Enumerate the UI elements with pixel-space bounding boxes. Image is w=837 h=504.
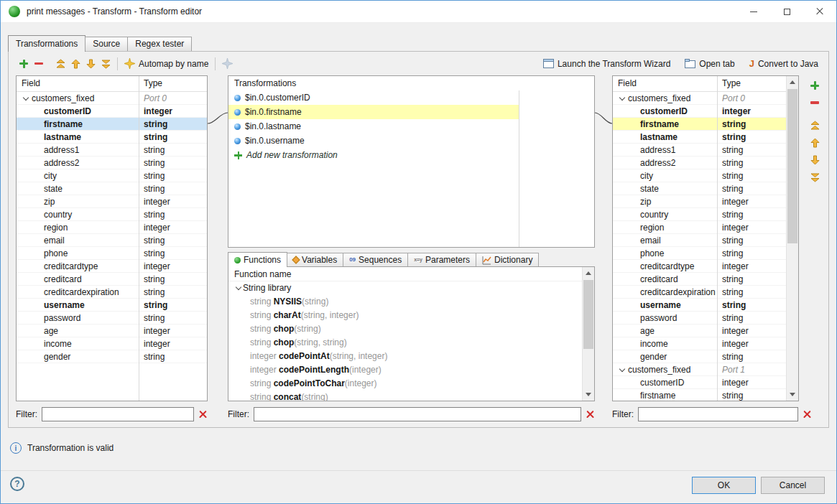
field-row-firstname[interactable]: firstnamestring bbox=[613, 118, 786, 131]
transformation-item[interactable]: $in.0.username bbox=[228, 134, 519, 148]
scroll-down-button[interactable] bbox=[787, 388, 798, 401]
field-row-lastname[interactable]: lastnamestring bbox=[17, 131, 207, 144]
function-item[interactable]: string concat(string) bbox=[228, 391, 582, 401]
tree-expander-icon[interactable] bbox=[618, 365, 626, 374]
transformation-item[interactable]: $in.0.firstname bbox=[228, 105, 519, 119]
output-panel-scrollbar[interactable] bbox=[786, 76, 798, 401]
field-row-age[interactable]: ageinteger bbox=[613, 325, 786, 337]
move-down-button[interactable] bbox=[83, 55, 98, 73]
field-row-email[interactable]: emailstring bbox=[613, 234, 786, 247]
field-row-lastname[interactable]: lastnamestring bbox=[613, 131, 786, 144]
field-row-customerID[interactable]: customerIDinteger bbox=[613, 105, 786, 118]
field-row-creditcardtype[interactable]: creditcardtypeinteger bbox=[613, 260, 786, 273]
clear-filter-icon[interactable] bbox=[586, 409, 595, 419]
tree-expander-icon[interactable] bbox=[234, 284, 243, 292]
move-field-top-button[interactable] bbox=[805, 117, 825, 134]
field-row-city[interactable]: citystring bbox=[613, 169, 786, 182]
ok-button[interactable]: OK bbox=[692, 477, 756, 494]
clear-filter-icon[interactable] bbox=[803, 409, 812, 419]
field-row-creditcardtype[interactable]: creditcardtypeinteger bbox=[17, 260, 207, 273]
function-item[interactable]: string NYSIIS(string) bbox=[228, 295, 582, 309]
field-row-region[interactable]: regioninteger bbox=[17, 221, 207, 234]
tab-regex-tester[interactable]: Regex tester bbox=[127, 37, 192, 51]
field-row-creditcardexpiration[interactable]: creditcardexpirationstring bbox=[17, 286, 207, 299]
move-up-button[interactable] bbox=[68, 55, 83, 73]
scroll-up-button[interactable] bbox=[583, 267, 594, 279]
field-row-phone[interactable]: phonestring bbox=[17, 247, 207, 260]
output-filter-field[interactable] bbox=[638, 407, 798, 421]
move-field-down-button[interactable] bbox=[805, 151, 825, 169]
field-row-firstname[interactable]: firstnamestring bbox=[613, 389, 786, 401]
move-field-bottom-button[interactable] bbox=[805, 169, 825, 186]
tab-dictionary[interactable]: Dictionary bbox=[476, 253, 539, 266]
scrollbar-thumb[interactable] bbox=[583, 280, 593, 349]
field-row-phone[interactable]: phonestring bbox=[613, 247, 786, 260]
field-row-creditcard[interactable]: creditcardstring bbox=[17, 273, 207, 286]
tab-parameters[interactable]: x=yParameters bbox=[407, 253, 476, 266]
open-tab-button[interactable]: Open tab bbox=[682, 55, 737, 73]
automap-by-name-button[interactable]: Automap by name bbox=[121, 55, 211, 73]
field-row-username[interactable]: usernamestring bbox=[17, 299, 207, 312]
field-row-country[interactable]: countrystring bbox=[17, 208, 207, 221]
field-row-zip[interactable]: zipinteger bbox=[613, 195, 786, 208]
transformation-item[interactable]: $in.0.customerID bbox=[228, 90, 519, 105]
record-row[interactable]: customers_fixedPort 1 bbox=[613, 363, 786, 376]
help-button[interactable]: ? bbox=[10, 477, 24, 491]
field-row-address1[interactable]: address1string bbox=[613, 144, 786, 157]
convert-to-java-button[interactable]: J Convert to Java bbox=[746, 55, 821, 73]
minimize-button[interactable] bbox=[737, 1, 770, 22]
field-row-region[interactable]: regioninteger bbox=[613, 221, 786, 234]
move-top-button[interactable] bbox=[53, 55, 68, 73]
field-row-address1[interactable]: address1string bbox=[17, 144, 207, 157]
tab-sequences[interactable]: 09Sequences bbox=[343, 253, 408, 266]
field-row-age[interactable]: ageinteger bbox=[17, 325, 207, 337]
close-button[interactable] bbox=[803, 1, 836, 22]
scroll-down-button[interactable] bbox=[583, 388, 594, 401]
field-row-address2[interactable]: address2string bbox=[613, 157, 786, 169]
field-row-email[interactable]: emailstring bbox=[17, 234, 207, 247]
functions-scrollbar[interactable] bbox=[582, 267, 594, 401]
add-transformation-button[interactable] bbox=[16, 55, 32, 73]
field-row-income[interactable]: incomeinteger bbox=[613, 337, 786, 350]
field-row-city[interactable]: citystring bbox=[17, 169, 207, 182]
field-row-zip[interactable]: zipinteger bbox=[17, 195, 207, 208]
titlebar[interactable]: print messages - Transform - Transform e… bbox=[1, 1, 836, 23]
scroll-up-button[interactable] bbox=[787, 76, 798, 88]
clear-filter-icon[interactable] bbox=[198, 409, 208, 419]
field-row-address2[interactable]: address2string bbox=[17, 157, 207, 169]
field-row-creditcard[interactable]: creditcardstring bbox=[613, 273, 786, 286]
function-item[interactable]: integer codePointLength(integer) bbox=[228, 363, 582, 377]
field-row-gender[interactable]: genderstring bbox=[17, 350, 207, 363]
input-filter-field[interactable] bbox=[42, 407, 194, 421]
field-row-income[interactable]: incomeinteger bbox=[17, 337, 207, 350]
cancel-button[interactable]: Cancel bbox=[761, 477, 825, 494]
automap-options-button[interactable] bbox=[219, 55, 236, 73]
field-row-gender[interactable]: genderstring bbox=[613, 350, 786, 363]
add-new-transformation[interactable]: Add new transformation bbox=[228, 148, 519, 162]
field-row-customerID[interactable]: customerIDinteger bbox=[17, 105, 207, 118]
transformation-item[interactable]: $in.0.lastname bbox=[228, 119, 519, 134]
function-group-row[interactable]: String library bbox=[228, 281, 582, 295]
field-row-firstname[interactable]: firstnamestring bbox=[17, 118, 207, 131]
field-row-username[interactable]: usernamestring bbox=[613, 299, 786, 312]
function-name-header[interactable]: Function name bbox=[228, 267, 594, 281]
remove-transformation-button[interactable] bbox=[32, 55, 46, 73]
tree-expander-icon[interactable] bbox=[22, 94, 30, 103]
field-column-header[interactable]: Field bbox=[613, 76, 717, 91]
field-row-customerID[interactable]: customerIDinteger bbox=[613, 376, 786, 389]
tab-transformations[interactable]: Transformations bbox=[8, 35, 85, 52]
launch-transform-wizard-button[interactable]: Launch the Transform Wizard bbox=[540, 55, 673, 73]
tree-expander-icon[interactable] bbox=[618, 94, 626, 103]
move-field-up-button[interactable] bbox=[805, 134, 825, 151]
field-row-state[interactable]: statestring bbox=[613, 182, 786, 195]
function-item[interactable]: string charAt(string, integer) bbox=[228, 309, 582, 322]
function-item[interactable]: string chop(string, string) bbox=[228, 336, 582, 350]
add-output-field-button[interactable] bbox=[805, 77, 825, 94]
function-item[interactable]: string codePointToChar(integer) bbox=[228, 377, 582, 391]
maximize-button[interactable] bbox=[770, 1, 803, 22]
field-row-password[interactable]: passwordstring bbox=[17, 312, 207, 325]
function-item[interactable]: integer codePointAt(string, integer) bbox=[228, 350, 582, 363]
field-row-country[interactable]: countrystring bbox=[613, 208, 786, 221]
tab-variables[interactable]: Variables bbox=[287, 253, 343, 266]
field-row-creditcardexpiration[interactable]: creditcardexpirationstring bbox=[613, 286, 786, 299]
